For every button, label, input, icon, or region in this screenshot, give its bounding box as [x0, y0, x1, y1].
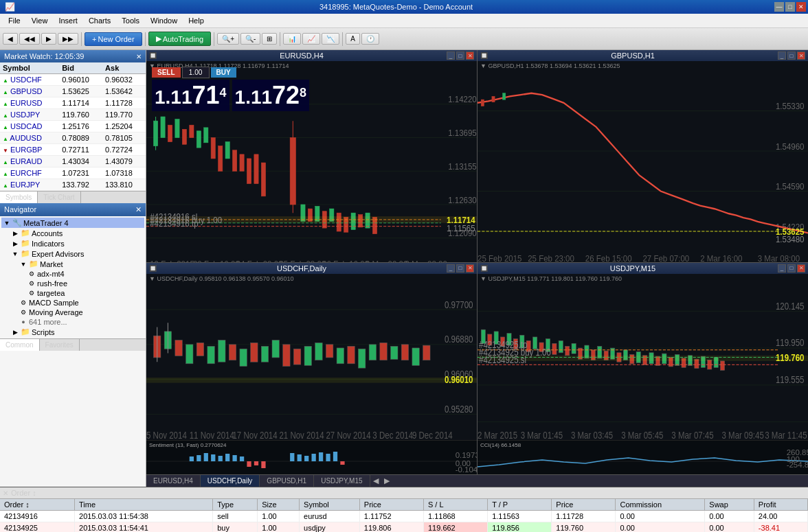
market-watch-row[interactable]: ▼ EURGBP 0.72711 0.72724: [0, 144, 146, 156]
tree-item-641-more[interactable]: ● 641 more...: [1, 317, 144, 327]
toolbar-btn[interactable]: A: [346, 33, 360, 45]
chart-usdjpy-body[interactable]: ▼ USDJPY,M15 119.771 119.801 119.760 119…: [478, 274, 808, 475]
col-tp[interactable]: T / P: [488, 499, 552, 511]
mw-symbol[interactable]: ▲ AUDUSD: [0, 132, 59, 144]
tree-item-scripts[interactable]: ▶ 📁 Scripts: [1, 327, 144, 337]
toolbar-btn[interactable]: 🕐: [361, 33, 379, 45]
trade-size-input[interactable]: [182, 67, 210, 78]
tree-item-metatrader4[interactable]: ▼ 🔧 MetaTrader 4: [1, 218, 144, 228]
mw-symbol[interactable]: ▲ GBPUSD: [0, 86, 59, 97]
close-button[interactable]: ✕: [796, 2, 806, 12]
tree-item-macd-sample[interactable]: ⚙ MACD Sample: [1, 298, 144, 308]
chart-minimize-button[interactable]: _: [778, 51, 786, 60]
zoom-out-button[interactable]: 🔍-: [240, 33, 260, 45]
market-watch-close[interactable]: ✕: [136, 53, 142, 60]
tree-item-adx-mt4[interactable]: ⚙ adx-mt4: [1, 269, 144, 279]
market-watch-row[interactable]: ▲ USDCHF 0.96010 0.96032: [0, 74, 146, 86]
col-symbol[interactable]: Symbol: [300, 499, 360, 511]
mw-tab-tick-chart[interactable]: Tick Chart: [38, 192, 80, 203]
mw-symbol[interactable]: ▲ EURCHF: [0, 167, 59, 179]
chart-gbpusd-body[interactable]: ▼ GBPUSD,H1 1.53678 1.53694 1.53621 1.53…: [478, 61, 808, 262]
chart-maximize-button[interactable]: □: [456, 51, 464, 60]
chart-maximize-button[interactable]: □: [456, 264, 464, 273]
orders-close-button[interactable]: ✕: [3, 489, 8, 497]
col-price[interactable]: Price: [359, 499, 423, 511]
chart-close-button[interactable]: ✕: [466, 264, 474, 273]
buy-button[interactable]: BUY: [211, 67, 236, 78]
order-row-42134925[interactable]: 42134925 2015.03.03 11:54:41 buy 1.00 us…: [0, 522, 808, 533]
new-order-button[interactable]: + New Order: [85, 32, 142, 46]
market-watch-row[interactable]: ▲ USDJPY 119.760 119.770: [0, 109, 146, 121]
toolbar-btn[interactable]: ▶: [41, 33, 56, 45]
toolbar-btn[interactable]: ◀◀: [19, 33, 40, 45]
tree-item-indicators[interactable]: ▶ 📁 Indicators: [1, 238, 144, 248]
toolbar-btn[interactable]: ▶▶: [58, 33, 78, 45]
chart-tab-usdchf[interactable]: USDCHF,Daily: [201, 475, 260, 487]
col-size[interactable]: Size: [258, 499, 300, 511]
menu-window[interactable]: Window: [145, 15, 183, 26]
orders-container[interactable]: Order ↕ Time Type Size Symbol Price S / …: [0, 499, 808, 532]
chart-tab-gbpusd[interactable]: GBPUSD,H1: [260, 475, 314, 487]
mw-symbol[interactable]: ▼ EURGBP: [0, 144, 59, 156]
chart-maximize-button[interactable]: □: [787, 264, 796, 273]
mw-symbol[interactable]: ▲ USDCAD: [0, 121, 59, 132]
col-swap[interactable]: Swap: [705, 499, 754, 511]
chart-minimize-button[interactable]: _: [447, 51, 455, 60]
chart-usdchf-body[interactable]: ▼ USDCHF,Daily 0.95810 0.96138 0.95570 0…: [146, 274, 477, 475]
col-time[interactable]: Time: [75, 499, 213, 511]
chart-maximize-button[interactable]: □: [787, 51, 796, 60]
maximize-button[interactable]: □: [785, 2, 795, 12]
chart-tabs-scroll-right[interactable]: ◀: [370, 475, 381, 487]
nav-tab-common[interactable]: Common: [0, 339, 40, 351]
mw-tab-symbols[interactable]: Symbols: [0, 192, 38, 203]
toolbar-btn[interactable]: ⊞: [262, 33, 277, 45]
menu-tools[interactable]: Tools: [116, 15, 145, 26]
minimize-button[interactable]: —: [774, 2, 784, 12]
menu-view[interactable]: View: [26, 15, 54, 26]
chart-eurusd-body[interactable]: ▼ EURUSD,H4 1.11718 1.11728 1.11679 1.11…: [146, 61, 477, 262]
market-watch-row[interactable]: ▲ GBPUSD 1.53625 1.53642: [0, 86, 146, 97]
menu-help[interactable]: Help: [183, 15, 210, 26]
chart-close-button[interactable]: ✕: [797, 264, 805, 273]
col-profit[interactable]: Profit: [754, 499, 807, 511]
col-order[interactable]: Order ↕: [0, 499, 75, 511]
toolbar-btn[interactable]: 📊: [283, 33, 301, 45]
market-watch-row[interactable]: ▲ EURAUD 1.43034 1.43079: [0, 156, 146, 167]
col-commission[interactable]: Commission: [616, 499, 705, 511]
zoom-in-button[interactable]: 🔍+: [217, 33, 239, 45]
menu-insert[interactable]: Insert: [53, 15, 83, 26]
market-watch-row[interactable]: ▲ EURJPY 133.792 133.810: [0, 179, 146, 191]
chart-tab-usdjpy[interactable]: USDJPY,M15: [314, 475, 370, 487]
mw-symbol[interactable]: ▲ USDCHF: [0, 74, 59, 86]
menu-charts[interactable]: Charts: [83, 15, 116, 26]
mw-symbol[interactable]: ▲ EURAUD: [0, 156, 59, 167]
tree-item-moving-average[interactable]: ⚙ Moving Average: [1, 308, 144, 317]
chart-close-button[interactable]: ✕: [797, 51, 805, 60]
tree-item-targetea[interactable]: ⚙ targetea: [1, 288, 144, 298]
tree-item-market[interactable]: ▼ 📁 Market: [1, 259, 144, 269]
menu-file[interactable]: File: [3, 15, 26, 26]
mw-symbol[interactable]: ▲ EURJPY: [0, 179, 59, 191]
toolbar-btn[interactable]: 📉: [322, 33, 339, 45]
chart-tab-eurusd[interactable]: EURUSD,H4: [146, 475, 201, 487]
col-curprice[interactable]: Price: [552, 499, 616, 511]
auto-trading-button[interactable]: ▶ AutoTrading: [148, 32, 212, 46]
mw-symbol[interactable]: ▲ EURUSD: [0, 97, 59, 109]
toolbar-btn[interactable]: 📈: [302, 33, 320, 45]
market-watch-row[interactable]: ▲ EURUSD 1.11714 1.11728: [0, 97, 146, 109]
market-watch-row[interactable]: ▲ AUDUSD 0.78089 0.78105: [0, 132, 146, 144]
chart-close-button[interactable]: ✕: [466, 51, 474, 60]
market-watch-row[interactable]: ▲ EURCHF 1.07231 1.07318: [0, 167, 146, 179]
chart-minimize-button[interactable]: _: [447, 264, 455, 273]
navigator-close[interactable]: ✕: [135, 205, 142, 214]
order-row-42134916[interactable]: 42134916 2015.03.03 11:54:38 sell 1.00 e…: [0, 511, 808, 522]
nav-tab-favorites[interactable]: Favorites: [40, 339, 80, 351]
tree-item-rush-free[interactable]: ⚙ rush-free: [1, 279, 144, 288]
col-sl[interactable]: S / L: [423, 499, 487, 511]
toolbar-btn[interactable]: ◀: [3, 33, 18, 45]
navigator-tree-container[interactable]: ▼ 🔧 MetaTrader 4 ▶ 📁 Accounts ▶ 📁 Indica…: [0, 216, 146, 338]
tree-item-accounts[interactable]: ▶ 📁 Accounts: [1, 228, 144, 238]
chart-tabs-scroll-left[interactable]: ▶: [381, 475, 392, 487]
sell-button[interactable]: SELL: [152, 67, 181, 78]
chart-minimize-button[interactable]: _: [778, 264, 786, 273]
